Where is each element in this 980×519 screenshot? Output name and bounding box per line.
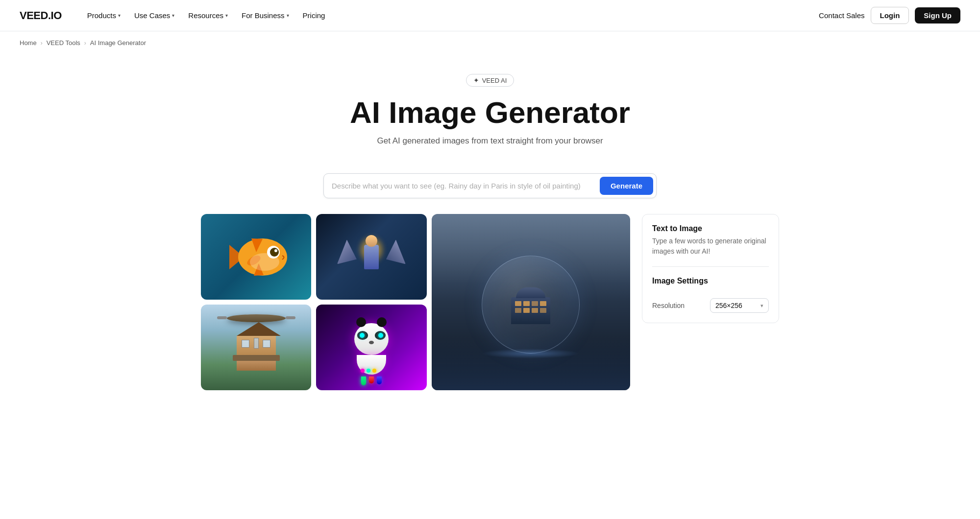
nav-label-resources: Resources xyxy=(188,11,223,20)
nav-label-for-business: For Business xyxy=(242,11,285,20)
generate-section: Generate xyxy=(314,173,666,198)
sparkle-icon: ✦ xyxy=(473,76,479,84)
signup-button[interactable]: Sign Up xyxy=(915,7,960,24)
text-to-image-title: Text to Image xyxy=(652,224,769,233)
nav-links: Products ▾ Use Cases ▾ Resources ▾ For B… xyxy=(81,7,819,24)
image-cell-fish[interactable] xyxy=(201,214,311,300)
text-to-image-desc: Type a few words to generate original im… xyxy=(652,236,769,257)
house-image xyxy=(201,305,311,390)
nav-item-use-cases[interactable]: Use Cases ▾ xyxy=(128,7,180,24)
nav-item-resources[interactable]: Resources ▾ xyxy=(182,7,234,24)
building-image xyxy=(432,214,630,390)
breadcrumb: Home › VEED Tools › AI Image Generator xyxy=(0,31,980,54)
nav-item-for-business[interactable]: For Business ▾ xyxy=(236,7,295,24)
contact-sales-link[interactable]: Contact Sales xyxy=(819,11,864,20)
settings-card: Text to Image Type a few words to genera… xyxy=(642,214,779,323)
chevron-down-icon: ▾ xyxy=(225,13,228,18)
svg-point-7 xyxy=(270,248,279,257)
main-content: Text to Image Type a few words to genera… xyxy=(181,214,799,420)
hero-section: ✦ VEED AI AI Image Generator Get AI gene… xyxy=(0,54,980,173)
image-cell-panda[interactable] xyxy=(316,305,426,390)
veed-ai-badge: ✦ VEED AI xyxy=(466,74,514,87)
hero-subtitle: Get AI generated images from text straig… xyxy=(10,136,970,146)
image-cell-warrior[interactable] xyxy=(316,214,426,300)
nav-label-pricing: Pricing xyxy=(303,11,325,20)
resolution-row: Resolution 256×256 ▾ xyxy=(652,298,769,313)
page-title: AI Image Generator xyxy=(10,96,970,128)
chevron-down-icon: ▾ xyxy=(118,13,121,18)
panda-image xyxy=(316,305,426,390)
image-cell-house[interactable] xyxy=(201,305,311,390)
chevron-down-icon: ▾ xyxy=(287,13,289,18)
breadcrumb-sep-2: › xyxy=(84,40,86,47)
image-grid-wrap xyxy=(201,214,630,390)
image-settings-title: Image Settings xyxy=(652,277,769,285)
text-to-image-section: Text to Image Type a few words to genera… xyxy=(652,224,769,257)
image-settings-group: Image Settings Resolution 256×256 ▾ xyxy=(652,277,769,313)
navbar: VEED.IO Products ▾ Use Cases ▾ Resources… xyxy=(0,0,980,31)
login-button[interactable]: Login xyxy=(871,7,909,24)
prompt-input[interactable] xyxy=(332,182,600,190)
nav-item-products[interactable]: Products ▾ xyxy=(81,7,126,24)
resolution-value: 256×256 xyxy=(715,302,742,309)
logo[interactable]: VEED.IO xyxy=(20,9,62,22)
settings-divider xyxy=(652,266,769,267)
nav-right: Contact Sales Login Sign Up xyxy=(819,7,960,24)
breadcrumb-tools[interactable]: VEED Tools xyxy=(47,39,80,47)
image-grid xyxy=(201,214,630,390)
breadcrumb-current: AI Image Generator xyxy=(90,39,146,47)
badge-label: VEED AI xyxy=(482,77,507,84)
chevron-down-icon: ▾ xyxy=(760,303,763,309)
chevron-down-icon: ▾ xyxy=(172,13,174,18)
generate-button[interactable]: Generate xyxy=(600,177,653,195)
nav-item-pricing[interactable]: Pricing xyxy=(297,7,331,24)
warrior-image xyxy=(316,214,426,300)
nav-label-products: Products xyxy=(87,11,116,20)
resolution-select[interactable]: 256×256 ▾ xyxy=(710,298,769,313)
resolution-label: Resolution xyxy=(652,302,685,309)
image-cell-building[interactable] xyxy=(432,214,630,390)
generate-bar: Generate xyxy=(323,173,657,198)
fish-image xyxy=(201,214,311,300)
nav-label-use-cases: Use Cases xyxy=(134,11,170,20)
settings-panel: Text to Image Type a few words to genera… xyxy=(642,214,779,390)
fish-svg xyxy=(224,230,288,284)
svg-point-8 xyxy=(274,249,277,252)
breadcrumb-sep-1: › xyxy=(41,40,43,47)
breadcrumb-home[interactable]: Home xyxy=(20,39,37,47)
